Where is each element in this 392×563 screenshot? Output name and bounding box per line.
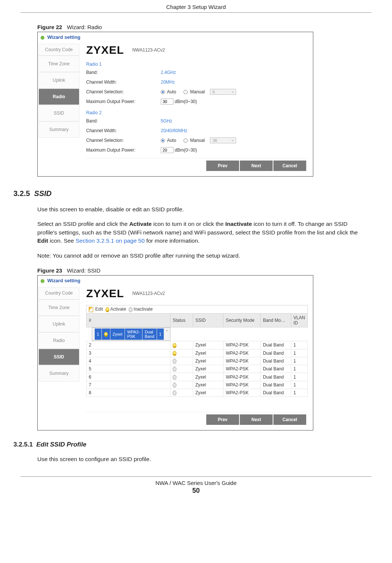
step-radio[interactable]: Radio xyxy=(38,88,79,105)
wizard-dot-icon xyxy=(41,36,44,40)
next-button[interactable]: Next xyxy=(240,161,273,171)
activate-tool[interactable]: Activate xyxy=(106,307,126,312)
bulb-on-icon xyxy=(173,351,176,356)
edit-tool[interactable]: Edit xyxy=(89,307,103,312)
radio-icon xyxy=(161,139,165,143)
wizard-title: Wizard setting xyxy=(38,33,312,41)
table-row[interactable]: 5ZyxelWPA2-PSKDual Band1 xyxy=(87,365,308,373)
r2-manual-radio[interactable]: Manual xyxy=(184,138,205,143)
cell-vlan: 1 xyxy=(291,389,307,397)
cell-ssid: Zyxel xyxy=(193,341,223,349)
figure22-frame: Wizard setting Country Code Time Zone Up… xyxy=(37,32,313,177)
table-row[interactable]: 3ZyxelWPA2-PSKDual Band1 xyxy=(87,349,308,357)
cell-sec: WPA2-PSK xyxy=(223,365,261,373)
p2-text: icon. See xyxy=(48,237,75,244)
r1-auto-radio[interactable]: Auto xyxy=(161,89,176,94)
col-ssid[interactable]: SSID xyxy=(193,314,223,327)
table-row[interactable]: 4ZyxelWPA2-PSKDual Band1 xyxy=(87,357,308,365)
cell-band: Dual Band xyxy=(260,341,291,349)
table-row[interactable]: 2ZyxelWPA2-PSKDual Band1 xyxy=(87,341,308,349)
cell-status xyxy=(170,341,193,349)
figure22-text: Wizard: Radio xyxy=(67,24,102,30)
col-status[interactable]: Status xyxy=(170,314,193,327)
step-ssid[interactable]: SSID xyxy=(38,349,79,365)
cell-ssid: Zyxel xyxy=(110,329,125,340)
prev-button[interactable]: Prev xyxy=(206,161,239,171)
chapter-header: Chapter 3 Setup Wizard xyxy=(21,0,371,13)
r1-cw-val: 20MHz xyxy=(161,80,175,85)
step-radio[interactable]: Radio xyxy=(38,332,79,349)
cell-sec: WPA2-PSK xyxy=(125,329,142,340)
step-uplink[interactable]: Uplink xyxy=(38,72,79,88)
section-3251-num: 3.2.5.1 xyxy=(13,441,33,448)
r2-band-lbl: Band: xyxy=(86,118,161,124)
radio1-heading: Radio 1 xyxy=(86,62,308,67)
r1-manual-radio[interactable]: Manual xyxy=(184,89,205,94)
step-summary[interactable]: Summary xyxy=(38,121,79,138)
cell-sec: WPA2-PSK xyxy=(223,341,261,349)
step-timezone[interactable]: Time Zone xyxy=(38,299,79,316)
wizard-title-text: Wizard setting xyxy=(47,278,81,283)
col-sec[interactable]: Security Mode xyxy=(223,314,261,327)
r1-cw-lbl: Channel Width: xyxy=(86,80,161,85)
cell-num: 3 xyxy=(87,349,170,357)
ssid-table: # Status SSID Security Mode Band Mo… VLA… xyxy=(86,313,308,397)
bulb-off-icon xyxy=(173,383,176,388)
ssid-toolbar: Edit Activate Inactivate xyxy=(86,305,308,314)
section-link[interactable]: Section 3.2.5.1 on page 50 xyxy=(76,237,145,244)
r2-power-input[interactable] xyxy=(161,147,173,153)
prev-button[interactable]: Prev xyxy=(206,414,239,425)
bulb-off-icon xyxy=(173,375,176,380)
r1-pwr-unit: dBm(0~30) xyxy=(175,99,197,104)
cell-ssid: Zyxel xyxy=(193,389,223,397)
cancel-button[interactable]: Cancel xyxy=(273,414,306,425)
step-country[interactable]: Country Code xyxy=(38,287,79,299)
cell-sec: WPA2-PSK xyxy=(223,381,261,389)
bulb-off-icon xyxy=(173,367,176,371)
table-row[interactable]: 7ZyxelWPA2-PSKDual Band1 xyxy=(87,381,308,389)
cell-ssid: Zyxel xyxy=(193,349,223,357)
section-325-title: SSID xyxy=(34,189,52,197)
next-button[interactable]: Next xyxy=(240,414,273,425)
step-timezone[interactable]: Time Zone xyxy=(38,56,79,72)
inactivate-tool[interactable]: Inactivate xyxy=(129,307,153,312)
wizard-main: ZYXEL NWA1123-ACv2 Radio 1 Band:2.4GHz C… xyxy=(79,41,312,175)
model-label: NWA1123-ACv2 xyxy=(132,47,165,53)
cell-band: Dual Band xyxy=(142,329,157,340)
wizard-main: ZYXEL NWA1123-ACv2 Edit Activate Inactiv… xyxy=(79,285,312,429)
r2-channel-select[interactable]: 36 xyxy=(210,137,236,143)
wizard-nav: Country Code Time Zone Uplink Radio SSID… xyxy=(38,285,79,429)
sec325-note: Note: You cannot add or remove an SSID p… xyxy=(37,252,370,260)
footer-guide: NWA / WAC Series User's Guide xyxy=(21,480,371,486)
step-ssid[interactable]: SSID xyxy=(38,105,79,121)
bulb-on-icon xyxy=(106,307,109,312)
sec325-p2: Select an SSID profile and click the Act… xyxy=(37,220,366,245)
cell-status xyxy=(170,389,193,397)
cell-num: 4 xyxy=(87,357,170,365)
table-row[interactable]: 1ZyxelWPA2-PSKDual Band1 xyxy=(92,327,170,341)
radio-icon xyxy=(161,90,165,94)
step-summary[interactable]: Summary xyxy=(38,365,79,382)
cell-num: 2 xyxy=(87,341,170,349)
cell-band: Dual Band xyxy=(260,373,291,381)
r1-channel-select[interactable]: 6 xyxy=(210,89,236,95)
r2-pwr-unit: dBm(0~30) xyxy=(175,147,197,153)
inactivate-label: Inactivate xyxy=(134,307,153,312)
r2-auto-radio[interactable]: Auto xyxy=(161,138,176,143)
r2-band-val: 5GHz xyxy=(161,118,172,124)
r1-cs-lbl: Channel Selection: xyxy=(86,89,161,94)
cell-vlan: 1 xyxy=(291,365,307,373)
cancel-button[interactable]: Cancel xyxy=(273,161,306,171)
table-row[interactable]: 6ZyxelWPA2-PSKDual Band1 xyxy=(87,373,308,381)
step-uplink[interactable]: Uplink xyxy=(38,316,79,332)
step-country[interactable]: Country Code xyxy=(38,44,79,56)
col-band[interactable]: Band Mo… xyxy=(260,314,291,327)
r1-band-lbl: Band: xyxy=(86,70,161,75)
cell-vlan: 1 xyxy=(291,373,307,381)
activate-label: Activate xyxy=(110,307,126,312)
cell-band: Dual Band xyxy=(260,357,291,365)
col-num[interactable]: # xyxy=(87,314,170,327)
col-vlan[interactable]: VLAN ID xyxy=(291,314,307,327)
table-row[interactable]: 8ZyxelWPA2-PSKDual Band1 xyxy=(87,389,308,397)
r1-power-input[interactable] xyxy=(161,99,173,105)
